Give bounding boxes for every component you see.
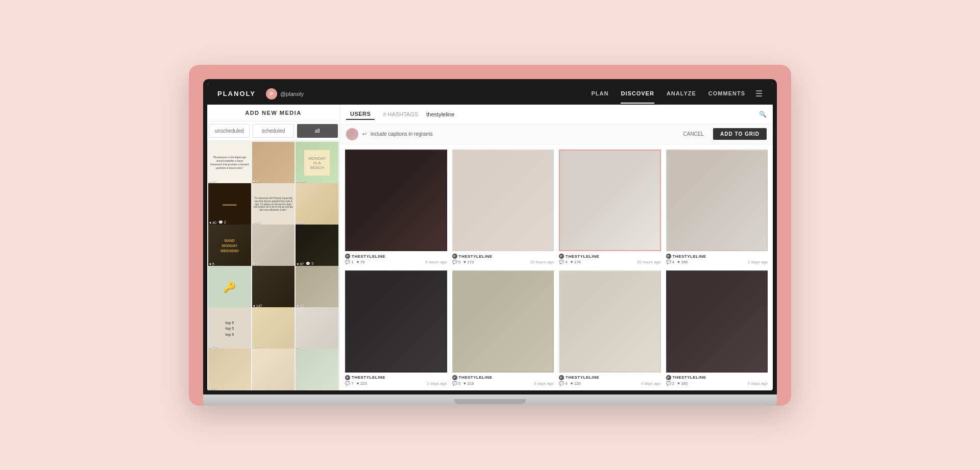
post-username: THESTYLELINE <box>352 375 385 380</box>
post-comments: 💬 5 <box>452 260 461 264</box>
post-comments: 💬 4 <box>559 381 568 386</box>
post-comments: 💬 4 <box>559 260 568 264</box>
table-row[interactable]: PTHESTYLELINE💬 2♥ 1855 days ago <box>666 270 768 387</box>
navbar: PLANOLY P @planoly PLAN DISCOVER ANALYZE… <box>207 83 773 105</box>
post-comments: 💬 2 <box>666 381 675 386</box>
laptop-base <box>203 394 777 406</box>
list-item[interactable]: BANDMONDAYWEEKEND ♥ 5 <box>208 225 251 267</box>
post-comments: 💬 7 <box>345 381 354 386</box>
table-row[interactable]: PTHESTYLELINE💬 4♥ 17820 hours ago <box>559 150 661 266</box>
list-item[interactable]: ♥ 24 <box>252 225 295 267</box>
discover-panel: USERS # HASHTAGS 🔍 ↩ include captions in… <box>340 105 773 390</box>
post-user-dot: P <box>452 254 457 259</box>
post-likes: ♥ 79 <box>357 260 365 264</box>
tab-users[interactable]: USERS <box>346 109 375 120</box>
list-item[interactable]: MONDAY IS A BEACH ♥ 245 <box>296 142 338 185</box>
post-likes: ♥ 185 <box>677 381 688 386</box>
sidebar-tabs: unscheduled scheduled all <box>207 121 339 141</box>
list-item[interactable]: ♥ 67💬 5 <box>296 225 338 267</box>
tab-hashtags[interactable]: # HASHTAGS <box>379 109 422 119</box>
list-item[interactable]: ♥ 11 <box>296 307 338 350</box>
list-item[interactable]: ▬▬▬ ♥ 40💬 2 <box>208 183 251 226</box>
username-label: @planoly <box>280 91 304 97</box>
tab-unscheduled[interactable]: unscheduled <box>209 124 250 138</box>
laptop-body: PLANOLY P @planoly PLAN DISCOVER ANALYZE… <box>189 65 791 406</box>
regram-caption-label: include captions in regrams <box>371 131 674 137</box>
post-username: THESTYLELINE <box>459 254 493 259</box>
list-item[interactable]: ♥ 47 <box>252 142 295 185</box>
post-comments: 💬 4 <box>666 260 675 264</box>
search-input[interactable] <box>426 111 755 117</box>
table-row[interactable]: PTHESTYLELINE💬 4♥ 1662 days ago <box>666 150 768 266</box>
post-time: 2 days ago <box>427 381 447 386</box>
menu-icon[interactable]: ☰ <box>755 89 763 98</box>
discover-toolbar: USERS # HASHTAGS 🔍 <box>340 105 773 125</box>
post-time: 6 hours ago <box>425 260 447 264</box>
list-item[interactable]: ♥ 43 <box>296 266 338 309</box>
main-nav: PLAN DISCOVER ANALYZE COMMENTS <box>591 84 745 104</box>
post-likes: ♥ 166 <box>677 260 688 264</box>
user-info: P @planoly <box>266 88 592 100</box>
list-item[interactable]: ♥ 68 <box>296 183 338 226</box>
post-likes: ♥ 218 <box>463 381 474 386</box>
screen: PLANOLY P @planoly PLAN DISCOVER ANALYZE… <box>207 83 773 390</box>
post-time: 20 hours ago <box>637 260 661 264</box>
post-time: 3 days ago <box>534 381 554 386</box>
table-row[interactable]: PTHESTYLELINE💬 1♥ 796 hours ago <box>345 150 447 266</box>
post-likes: ♥ 226 <box>571 381 581 386</box>
post-likes: ♥ 223 <box>357 381 367 386</box>
post-username: THESTYLELINE <box>673 254 706 259</box>
search-icon[interactable]: 🔍 <box>759 111 767 118</box>
table-row[interactable]: PTHESTYLELINE💬 4♥ 2264 days ago <box>559 270 661 387</box>
regram-avatar <box>346 128 358 140</box>
list-item[interactable]: 🔑 <box>208 266 251 309</box>
regram-icon: ↩ <box>362 131 366 137</box>
table-row[interactable]: PTHESTYLELINE💬 5♥ 17318 hours ago <box>452 150 554 266</box>
cancel-button[interactable]: CANCEL <box>678 129 709 139</box>
post-username: THESTYLELINE <box>673 375 706 380</box>
nav-analyze[interactable]: ANALYZE <box>667 84 696 104</box>
post-time: 5 days ago <box>748 381 768 386</box>
nav-discover[interactable]: DISCOVER <box>621 84 654 104</box>
tab-scheduled[interactable]: scheduled <box>253 124 293 138</box>
sidebar: ADD NEW MEDIA unscheduled scheduled all … <box>207 105 340 390</box>
post-username: THESTYLELINE <box>566 375 599 380</box>
post-likes: ♥ 173 <box>463 260 474 264</box>
list-item[interactable]: "Businesses in the digital age should es… <box>208 142 251 185</box>
post-user-dot: P <box>666 375 671 380</box>
post-time: 2 days ago <box>748 260 768 264</box>
laptop-wrapper: PLANOLY P @planoly PLAN DISCOVER ANALYZE… <box>189 65 791 406</box>
add-to-grid-button[interactable]: ADD TO GRID <box>713 128 767 140</box>
posts-grid: PTHESTYLELINE💬 1♥ 796 hours agoPTHESTYLE… <box>340 144 773 390</box>
list-item[interactable] <box>296 349 338 390</box>
list-item[interactable]: ♥ 147 <box>252 266 295 309</box>
post-user-dot: P <box>559 375 564 380</box>
laptop-notch <box>454 399 526 404</box>
post-user-dot: P <box>666 254 671 259</box>
list-item[interactable]: ♥ 43 <box>252 307 295 350</box>
post-time: 4 days ago <box>641 381 660 386</box>
screen-bezel: PLANOLY P @planoly PLAN DISCOVER ANALYZE… <box>203 79 777 394</box>
brand-logo: PLANOLY <box>217 90 256 97</box>
post-username: THESTYLELINE <box>459 375 493 380</box>
sidebar-header: ADD NEW MEDIA <box>207 105 339 121</box>
nav-comments[interactable]: COMMENTS <box>708 84 745 104</box>
table-row[interactable]: PTHESTYLELINE💬 7♥ 2232 days ago <box>345 270 447 387</box>
tab-all[interactable]: all <box>297 124 338 138</box>
list-item[interactable]: ♥ 43 <box>208 349 251 390</box>
post-user-dot: P <box>345 375 350 380</box>
list-item[interactable] <box>252 349 295 390</box>
post-user-dot: P <box>345 254 350 259</box>
nav-plan[interactable]: PLAN <box>591 84 608 104</box>
avatar: P <box>266 88 277 100</box>
post-comments: 💬 5 <box>452 381 461 386</box>
list-item[interactable]: "I'm obsessed with Planoly. Especially n… <box>252 183 295 226</box>
post-username: THESTYLELINE <box>566 254 599 259</box>
post-user-dot: P <box>559 254 564 259</box>
post-comments: 💬 1 <box>345 260 354 264</box>
post-time: 18 hours ago <box>530 260 554 264</box>
post-user-dot: P <box>452 375 457 380</box>
post-username: THESTYLELINE <box>352 254 385 259</box>
table-row[interactable]: PTHESTYLELINE💬 5♥ 2183 days ago <box>452 270 554 387</box>
list-item[interactable]: top 5top 5top 5 ♥ 288 <box>208 307 251 350</box>
